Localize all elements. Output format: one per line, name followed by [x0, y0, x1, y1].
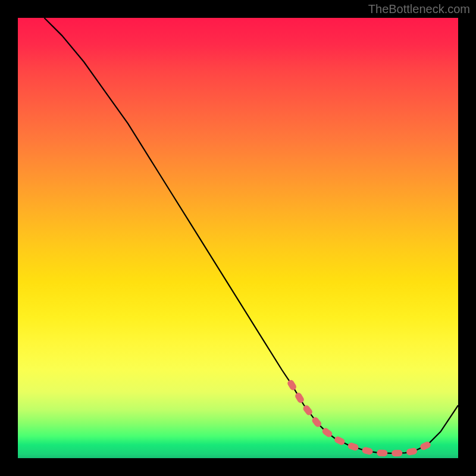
chart-plot-area	[18, 18, 458, 458]
chart-svg	[18, 18, 458, 458]
attribution-text: TheBottleneck.com	[368, 2, 470, 16]
optimal-range-dashes	[291, 383, 427, 453]
bottleneck-curve-line	[44, 18, 458, 453]
